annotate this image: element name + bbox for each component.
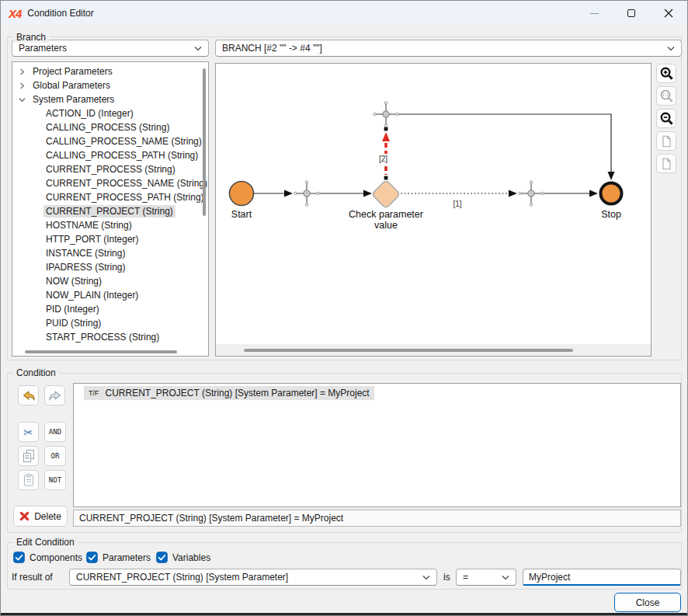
undo-icon	[21, 388, 36, 402]
tree-item-label: PUID (String)	[43, 317, 103, 329]
components-checkbox-label: Components	[30, 552, 82, 563]
arrowhead-icon	[382, 132, 390, 141]
tree-item-label: IPADRESS (String)	[43, 261, 127, 273]
tree-item[interactable]: PUID (String)	[12, 316, 200, 330]
tree-item[interactable]: ACTION_ID (Integer)	[12, 106, 200, 120]
scissors-icon: ✂	[23, 426, 33, 438]
chevron-down-icon	[194, 46, 202, 51]
tree-item[interactable]: CALLING_PROCESS (String)	[12, 120, 200, 134]
copy-icon	[22, 449, 36, 463]
close-button-label: Close	[636, 597, 660, 608]
tree-item[interactable]: HOSTNAME (String)	[12, 218, 200, 232]
checkbox-checked-icon	[86, 552, 98, 563]
tree-item-label: System Parameters	[30, 93, 116, 106]
connector-node[interactable]	[294, 181, 319, 206]
fit-page-button[interactable]	[656, 131, 676, 151]
minimize-button[interactable]	[575, 1, 613, 26]
variables-checkbox[interactable]: Variables	[156, 552, 210, 563]
zoom-actual-size-icon: 1:1	[659, 89, 674, 103]
tree-item[interactable]: START_PROCESS (String)	[12, 330, 200, 344]
edge-merge-to-stop[interactable]	[398, 114, 611, 172]
zoom-actual-size-button[interactable]: 1:1	[656, 86, 676, 106]
close-button[interactable]: Close	[614, 593, 681, 612]
condition-list-item[interactable]: T/F CURRENT_PROJECT (String) [System Par…	[84, 386, 374, 400]
tree-item-label: HTTP_PORT (Integer)	[43, 233, 141, 245]
cut-button[interactable]: ✂	[18, 422, 39, 442]
tree-item[interactable]: INSTANCE (String)	[12, 246, 200, 260]
fit-page-icon	[659, 134, 673, 148]
condition-editor-dialog: X4 Condition Editor Branch Parameters BR…	[0, 0, 688, 616]
paste-icon	[22, 473, 36, 487]
tree-vertical-scrollbar[interactable]	[203, 68, 206, 216]
tree-item[interactable]: CALLING_PROCESS_PATH (String)	[12, 148, 200, 162]
tree-item-label: CURRENT_PROJECT (String)	[43, 205, 175, 218]
process-diagram-canvas[interactable]: [1] [2] Start Check parameter value Sto	[215, 63, 652, 357]
or-operator-button[interactable]: OR	[44, 446, 66, 466]
is-label: is	[443, 572, 450, 583]
branch-dropdown[interactable]: BRANCH [#2 "" -> #4 ""]	[215, 40, 682, 57]
tree-item[interactable]: NOW (String)	[12, 274, 200, 288]
arrowhead-icon	[509, 190, 517, 197]
branch-group-label: Branch	[13, 32, 49, 43]
parameters-checkbox[interactable]: Parameters	[86, 552, 151, 563]
diagram-horizontal-scrollbar[interactable]	[244, 349, 573, 352]
window-bottom-border	[1, 613, 687, 615]
tree-item[interactable]: CALLING_PROCESS_NAME (String)	[12, 134, 200, 148]
edit-condition-group-label: Edit Condition	[13, 537, 78, 548]
close-window-button[interactable]	[650, 1, 687, 26]
comparison-value-input[interactable]	[523, 569, 681, 586]
branch-dropdown-value: BRANCH [#2 "" -> #4 ""]	[222, 43, 662, 54]
close-icon	[664, 9, 673, 18]
tree-item[interactable]: PID (Integer)	[12, 302, 200, 316]
checkbox-checked-icon	[156, 552, 168, 563]
delete-button[interactable]: Delete	[13, 506, 68, 527]
chevron-right-icon	[19, 82, 26, 89]
paste-button[interactable]	[18, 470, 39, 490]
condition-group-label: Condition	[13, 367, 59, 378]
tree-item-label: CALLING_PROCESS (String)	[43, 121, 172, 134]
connector-node[interactable]	[374, 102, 398, 127]
tree-item-label: NOW (String)	[43, 275, 104, 287]
zoom-in-button[interactable]	[656, 64, 676, 83]
condition-list[interactable]: T/F CURRENT_PROJECT (String) [System Par…	[73, 383, 681, 507]
start-node[interactable]	[230, 182, 254, 206]
comparison-operator-dropdown[interactable]: =	[456, 569, 516, 586]
components-checkbox[interactable]: Components	[13, 552, 82, 563]
tree-item[interactable]: CURRENT_PROJECT (String)	[12, 204, 200, 218]
tree-item[interactable]: CURRENT_PROCESS_PATH (String)	[12, 190, 200, 204]
not-operator-button[interactable]: NOT	[44, 470, 66, 490]
redo-button[interactable]	[44, 385, 65, 405]
and-operator-button[interactable]: AND	[44, 422, 66, 442]
condition-item-text: CURRENT_PROJECT (String) [System Paramet…	[106, 388, 370, 398]
decision-node[interactable]	[371, 179, 400, 208]
undo-button[interactable]	[18, 385, 39, 405]
stop-node[interactable]	[601, 183, 622, 204]
chevron-right-icon	[19, 68, 26, 75]
tree-item[interactable]: IPADRESS (String)	[12, 260, 200, 274]
tree-item[interactable]: Project Parameters	[12, 64, 200, 78]
if-result-of-label: If result of	[12, 572, 53, 583]
tree-item[interactable]: System Parameters	[12, 92, 200, 106]
zoom-in-icon	[659, 66, 674, 81]
tree-item[interactable]: HTTP_PORT (Integer)	[12, 232, 200, 246]
maximize-button[interactable]	[613, 1, 650, 26]
fit-width-button[interactable]	[656, 154, 676, 173]
condition-parameter-dropdown[interactable]: CURRENT_PROJECT (String) [System Paramet…	[69, 569, 437, 586]
tree-horizontal-scrollbar[interactable]	[25, 350, 177, 353]
tree-item[interactable]: NOW_PLAIN (Integer)	[12, 288, 200, 302]
edge-handle[interactable]	[384, 176, 388, 180]
tree-item-label: CALLING_PROCESS_PATH (String)	[43, 149, 200, 162]
tree-item-label: PID (Integer)	[43, 303, 102, 315]
tree-item[interactable]: CURRENT_PROCESS_NAME (String)	[12, 176, 200, 190]
zoom-out-button[interactable]	[656, 109, 676, 128]
tree-item[interactable]: Global Parameters	[12, 78, 200, 92]
x4-logo: X4	[9, 7, 21, 20]
copy-button[interactable]	[18, 446, 39, 466]
edge-handle[interactable]	[384, 127, 388, 131]
tree-item[interactable]: CURRENT_PROCESS (String)	[12, 162, 200, 176]
condition-preview-field: CURRENT_PROJECT (String) [System Paramet…	[73, 510, 681, 527]
chevron-down-icon	[19, 96, 26, 103]
window-title: Condition Editor	[27, 8, 93, 19]
zoom-out-icon	[659, 111, 674, 126]
connector-node[interactable]	[519, 181, 544, 206]
